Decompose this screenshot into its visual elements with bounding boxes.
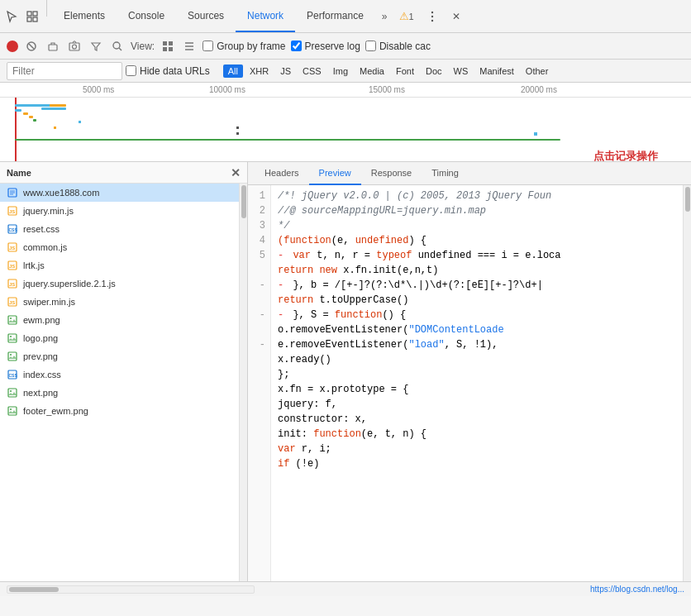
file-icon-js-1: JS <box>7 205 18 217</box>
panel-tab-preview[interactable]: Preview <box>309 162 361 185</box>
bottom-status: https://blog.csdn.net/log... <box>7 585 684 594</box>
filter-img[interactable]: Img <box>328 64 353 78</box>
svg-rect-1 <box>33 12 37 16</box>
cursor-icon[interactable] <box>4 8 21 25</box>
file-item-1[interactable]: JS jquery.min.js <box>0 202 239 220</box>
code-line-1: /*! jQuery v2.0.0 | (c) 2005, 2013 jQuer… <box>278 189 676 203</box>
svg-line-8 <box>29 44 34 49</box>
code-scrollbar-thumb[interactable] <box>685 187 690 212</box>
file-item-0[interactable]: www.xue1888.com <box>0 184 239 202</box>
filter-manifest[interactable]: Manifest <box>474 64 519 78</box>
grid-view-icon[interactable] <box>160 38 176 55</box>
code-line-17: init: function(e, t, n) { <box>278 427 676 442</box>
file-name-4: lrtk.js <box>23 260 45 270</box>
tab-console[interactable]: Console <box>117 0 176 32</box>
file-list-close-icon[interactable]: ✕ <box>231 166 241 179</box>
search-icon[interactable] <box>109 38 126 55</box>
clear-icon[interactable] <box>45 38 61 55</box>
group-by-frame-checkbox[interactable]: Group by frame <box>203 41 285 52</box>
timeline-bar-3 <box>23 112 28 115</box>
timeline-dot-1 <box>79 121 81 123</box>
file-name-2: reset.css <box>23 224 60 234</box>
file-name-8: logo.png <box>23 333 58 343</box>
filter-xhr[interactable]: XHR <box>245 64 274 78</box>
filter-input[interactable] <box>7 62 122 80</box>
filter-types: All XHR JS CSS Img Media Font Doc WS Man… <box>223 64 554 78</box>
svg-line-13 <box>119 48 122 50</box>
preserve-log-checkbox[interactable]: Preserve log <box>291 41 360 52</box>
svg-text:JS: JS <box>9 282 15 287</box>
file-item-9[interactable]: prev.png <box>0 347 239 365</box>
file-item-8[interactable]: logo.png <box>0 329 239 347</box>
tab-network[interactable]: Network <box>236 0 295 32</box>
file-item-6[interactable]: JS swiper.min.js <box>0 293 239 311</box>
file-item-4[interactable]: JS lrtk.js <box>0 256 239 275</box>
tab-performance[interactable]: Performance <box>295 0 375 32</box>
filter-media[interactable]: Media <box>355 64 389 78</box>
panel-tab-timing[interactable]: Timing <box>422 162 469 185</box>
timeline-bar-5 <box>33 119 36 122</box>
line-numbers: 1 2 3 4 5 - - - <box>248 185 271 581</box>
timeline-waterfall-line <box>15 139 560 141</box>
file-item-5[interactable]: JS jquery.superslide.2.1.js <box>0 275 239 293</box>
status-url: https://blog.csdn.net/log... <box>590 585 684 594</box>
code-line-13: }; <box>278 367 676 382</box>
svg-rect-15 <box>169 41 173 45</box>
filter-font[interactable]: Font <box>391 64 419 78</box>
stop-recording-icon[interactable] <box>23 38 40 55</box>
list-view-icon[interactable] <box>181 38 198 55</box>
filter-js[interactable]: JS <box>275 64 296 78</box>
svg-rect-0 <box>27 12 31 16</box>
horizontal-scrollbar-thumb[interactable] <box>9 587 59 592</box>
filter-css[interactable]: CSS <box>298 64 326 78</box>
panel-tab-headers[interactable]: Headers <box>255 162 309 185</box>
timeline-bar-4 <box>29 116 33 118</box>
file-item-10[interactable]: CSS index.css <box>0 365 239 384</box>
file-item-2[interactable]: CSS reset.css <box>0 220 239 238</box>
timeline-dot-3 <box>236 127 239 129</box>
timeline-dot-5 <box>534 132 537 136</box>
code-line-10: o.removeEventListener("DOMContentLoade <box>278 322 676 337</box>
file-icon-css-2: CSS <box>7 223 18 235</box>
close-devtools-icon[interactable]: ✕ <box>446 0 467 32</box>
file-item-12[interactable]: footer_ewm.png <box>0 402 239 420</box>
disable-cache-checkbox[interactable]: Disable cac <box>365 41 431 52</box>
file-name-0: www.xue1888.com <box>23 188 99 198</box>
file-name-6: swiper.min.js <box>23 297 75 307</box>
filter-ws[interactable]: WS <box>449 64 474 78</box>
network-toolbar: View: Group by frame Preserve log Disabl… <box>0 33 691 60</box>
tab-elements[interactable]: Elements <box>52 0 117 32</box>
filter-doc[interactable]: Doc <box>421 64 447 78</box>
filter-other[interactable]: Other <box>521 64 554 78</box>
file-icon-js-5: JS <box>7 278 18 289</box>
record-button[interactable] <box>7 41 18 52</box>
code-line-15: jquery: f, <box>278 397 676 412</box>
more-menu-icon[interactable] <box>419 0 446 32</box>
main-content: Name ✕ www.xue1888.com JS jquery.min.js <box>0 162 691 581</box>
code-scrollbar[interactable] <box>683 185 691 581</box>
horizontal-scrollbar[interactable] <box>7 585 255 594</box>
file-list-scrollbar[interactable] <box>239 184 247 581</box>
file-item-7[interactable]: ewm.png <box>0 311 239 329</box>
scrollbar-thumb[interactable] <box>241 185 246 218</box>
file-icon-img-9 <box>7 351 18 362</box>
file-item-11[interactable]: next.png <box>0 384 239 402</box>
file-name-5: jquery.superslide.2.1.js <box>23 279 116 289</box>
tab-sources[interactable]: Sources <box>176 0 236 32</box>
camera-icon[interactable] <box>66 38 83 55</box>
filter-icon[interactable] <box>88 38 104 55</box>
panel-tab-response[interactable]: Response <box>361 162 422 185</box>
svg-text:JS: JS <box>9 300 15 305</box>
inspect-icon[interactable] <box>24 8 41 25</box>
svg-point-5 <box>431 15 432 17</box>
more-tabs-icon[interactable]: » <box>375 0 394 32</box>
panel-tabs: Headers Preview Response Timing <box>248 162 691 185</box>
file-item-3[interactable]: JS common.js <box>0 238 239 256</box>
filter-all[interactable]: All <box>223 64 243 78</box>
code-line-4: (function(e, undefined) { <box>278 233 676 248</box>
code-line-18: var r, i; <box>278 442 676 456</box>
hide-data-urls-checkbox[interactable]: Hide data URLs <box>126 65 210 77</box>
timeline-area: 5000 ms 10000 ms 15000 ms 20000 ms 点击记录操… <box>0 83 691 162</box>
file-icon-css-10: CSS <box>7 369 18 380</box>
warning-badge[interactable]: ⚠ 1 <box>394 0 419 32</box>
